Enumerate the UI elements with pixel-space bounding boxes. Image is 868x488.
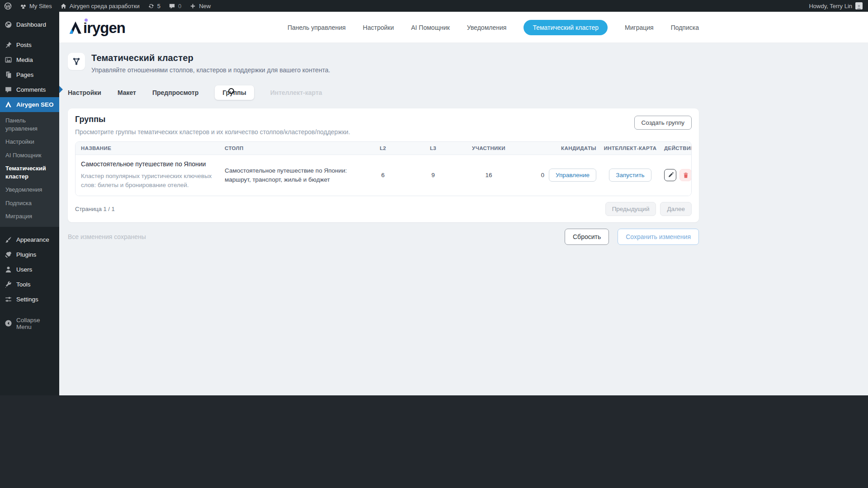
comment-bubble-icon [5, 86, 12, 94]
submenu-item-topical-cluster[interactable]: Тематический кластер [0, 162, 59, 183]
sidebar-item-settings[interactable]: Settings [0, 292, 59, 307]
pencil-icon [667, 172, 674, 178]
sidebar-item-tools[interactable]: Tools [0, 277, 59, 292]
new-content-menu[interactable]: New [185, 0, 215, 12]
sidebar-label: Airygen SEO [16, 101, 54, 108]
user-icon [5, 266, 12, 273]
tab-mindmap-disabled: Интеллект-карта [270, 89, 322, 96]
home-icon [60, 3, 67, 9]
nav-subscription[interactable]: Подписка [671, 24, 699, 31]
comment-bubble-icon [169, 3, 175, 9]
save-changes-button[interactable]: Сохранить изменения [618, 229, 699, 245]
wordpress-logo-icon [4, 2, 12, 10]
brush-icon [5, 236, 12, 244]
wp-admin-bar: My Sites Airygen среда разработки 5 0 Ne… [0, 0, 868, 12]
sidebar-item-posts[interactable]: Posts [0, 38, 59, 52]
table-row: Самостоятельное путешествие по Японии Кл… [75, 155, 691, 196]
my-sites-menu[interactable]: My Sites [16, 0, 56, 12]
nav-migration[interactable]: Миграция [625, 24, 654, 31]
sidebar-label: Collapse Menu [16, 317, 55, 330]
submenu-item-subscription[interactable]: Подписка [0, 197, 59, 210]
nav-topical-cluster-active[interactable]: Тематический кластер [524, 20, 608, 35]
tab-settings[interactable]: Настройки [68, 89, 101, 96]
collapse-menu-button[interactable]: Collapse Menu [0, 313, 59, 334]
site-link[interactable]: Airygen среда разработки [56, 0, 144, 12]
submenu-item-settings[interactable]: Настройки [0, 135, 59, 149]
header-l3: L3 [406, 145, 461, 151]
dashboard-icon [5, 21, 12, 28]
group-candidates-count: 0 [541, 172, 544, 178]
avatar[interactable] [855, 2, 863, 9]
nav-ai-assistant[interactable]: AI Помощник [411, 24, 450, 31]
airygen-logo[interactable]: irygen [68, 20, 125, 35]
edit-group-button[interactable] [664, 169, 676, 181]
active-menu-arrow [59, 86, 63, 93]
groups-card: Группы Просмотрите группы тематических к… [68, 108, 699, 222]
wrench-icon [5, 281, 12, 288]
submenu-item-notifications[interactable]: Уведомления [0, 183, 59, 197]
cluster-network-icon [68, 53, 85, 70]
updates-icon [148, 3, 155, 9]
sidebar-item-airygen-seo[interactable]: Airygen SEO [0, 97, 59, 112]
sidebar-item-pages[interactable]: Pages [0, 67, 59, 82]
wp-logo-button[interactable] [0, 0, 16, 12]
sidebar-item-appearance[interactable]: Appearance [0, 232, 59, 247]
header-candidates: КАНДИДАТЫ [517, 145, 596, 151]
plus-icon [189, 3, 196, 9]
collapse-arrow-icon [5, 319, 12, 327]
new-label: New [199, 3, 211, 9]
group-name-description: Кластер популярных туристических ключевы… [81, 172, 217, 190]
groups-title: Группы [75, 115, 350, 124]
seo-submenu: Панель управления Настройки AI Помощник … [0, 112, 59, 227]
submenu-item-dashboard[interactable]: Панель управления [0, 114, 59, 135]
submenu-item-ai-assistant[interactable]: AI Помощник [0, 149, 59, 162]
group-l2-count: 6 [360, 172, 406, 178]
launch-mindmap-button[interactable]: Запустить [609, 169, 651, 182]
updates-count: 5 [157, 3, 160, 9]
groups-description: Просмотрите группы тематических кластеро… [75, 128, 350, 136]
sidebar-item-users[interactable]: Users [0, 262, 59, 277]
tab-groups-active[interactable]: Группы [215, 85, 254, 100]
header-members: УЧАСТНИКИ [461, 145, 517, 151]
pushpin-icon [5, 41, 12, 49]
submenu-item-migration[interactable]: Миграция [0, 210, 59, 223]
media-icon [5, 56, 12, 64]
prev-page-button[interactable]: Предыдущий [605, 202, 656, 216]
header-mindmap: ИНТЕЛЛЕКТ-КАРТА [596, 145, 664, 151]
delete-group-button[interactable] [679, 169, 692, 181]
page-indicator: Страница 1 / 1 [75, 206, 115, 212]
sidebar-label: Users [16, 266, 32, 273]
create-group-button[interactable]: Создать группу [634, 116, 692, 130]
next-page-button[interactable]: Далее [660, 202, 692, 216]
nav-settings[interactable]: Настройки [363, 24, 394, 31]
trash-icon [683, 172, 689, 178]
airygen-logo-mark [68, 20, 83, 35]
logo-text: irygen [83, 20, 125, 35]
group-members-count: 16 [461, 172, 517, 178]
howdy-account-menu[interactable]: Howdy, Terry Lin [809, 3, 852, 9]
admin-sidebar: Dashboard Posts Media Pages Comments Air… [0, 12, 59, 395]
sidebar-label: Plugins [16, 251, 36, 258]
updates-menu[interactable]: 5 [144, 0, 165, 12]
comments-menu[interactable]: 0 [165, 0, 185, 12]
tab-layout[interactable]: Макет [118, 89, 136, 96]
my-sites-label: My Sites [29, 3, 52, 9]
nav-dashboard[interactable]: Панель управления [288, 24, 346, 31]
group-pillar: Самостоятельное путешествие по Японии: м… [225, 166, 349, 185]
sidebar-item-plugins[interactable]: Plugins [0, 247, 59, 262]
sidebar-item-comments[interactable]: Comments [0, 82, 59, 97]
header-l2: L2 [360, 145, 406, 151]
pagination: Страница 1 / 1 Предыдущий Далее [75, 202, 692, 216]
sidebar-item-media[interactable]: Media [0, 52, 59, 67]
sidebar-label: Pages [16, 71, 33, 78]
nav-notifications[interactable]: Уведомления [467, 24, 507, 31]
site-name-label: Airygen среда разработки [70, 3, 140, 9]
cluster-tabs: Настройки Макет Предпросмотр Группы Инте… [68, 85, 699, 100]
tab-preview[interactable]: Предпросмотр [152, 89, 198, 96]
header-name: НАЗВАНИЕ [81, 145, 225, 151]
pages-icon [5, 71, 12, 79]
reset-button[interactable]: Сбросить [565, 229, 609, 245]
header-action: ДЕЙСТВИЕ [664, 145, 692, 151]
manage-button[interactable]: Управление [549, 169, 596, 182]
sidebar-item-dashboard[interactable]: Dashboard [0, 17, 59, 32]
